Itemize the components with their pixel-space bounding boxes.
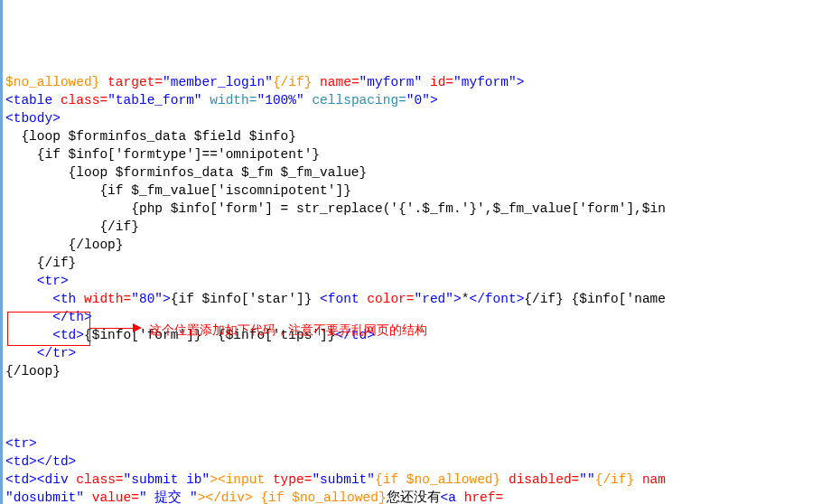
arrow-icon <box>90 328 135 329</box>
arrow-head-icon <box>133 323 142 332</box>
code-block: $no_allowed} target="member_login"{/if} … <box>5 73 840 504</box>
highlight-box <box>7 312 90 346</box>
annotation-note: 这个位置添加如下代码，注意不要弄乱网页的结构 <box>149 321 427 339</box>
code-text: $no_allowed} <box>5 75 99 89</box>
